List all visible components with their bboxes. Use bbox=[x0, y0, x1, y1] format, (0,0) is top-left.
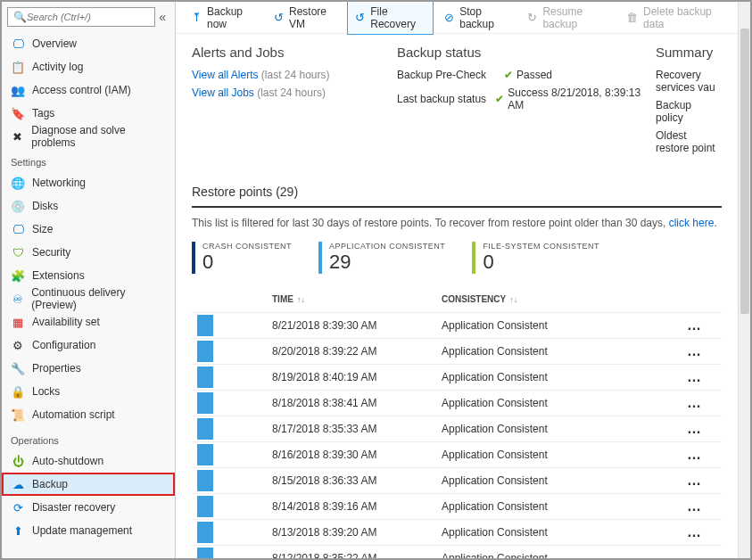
row-time: 8/15/2018 8:36:33 AM bbox=[272, 474, 442, 487]
toolbar-label: Resume backup bbox=[542, 5, 608, 30]
row-cons: Application Consistent bbox=[442, 319, 668, 332]
scrollbar[interactable] bbox=[738, 2, 750, 558]
sidebar-item[interactable]: 🖵Size bbox=[2, 218, 175, 241]
sidebar-item[interactable]: ♾Continuous delivery (Preview) bbox=[2, 287, 175, 310]
sidebar-item[interactable]: ☁Backup bbox=[2, 473, 175, 496]
table-row[interactable]: 8/13/2018 8:39:20 AMApplication Consiste… bbox=[192, 520, 722, 546]
side-icon: ⬆ bbox=[11, 523, 25, 538]
sidebar-item[interactable]: ▦Availability set bbox=[2, 310, 175, 334]
search-input[interactable] bbox=[27, 12, 149, 22]
view-all-alerts-link[interactable]: View all Alerts bbox=[192, 69, 258, 81]
side-label: Continuous delivery (Preview) bbox=[31, 286, 166, 311]
stat-value: 29 bbox=[329, 251, 445, 274]
more-icon[interactable]: … bbox=[687, 395, 703, 410]
row-time: 8/17/2018 8:35:33 AM bbox=[272, 423, 442, 435]
toolbar-label: File Recovery bbox=[370, 5, 426, 30]
sidebar-item[interactable]: ⚙Configuration bbox=[2, 334, 175, 357]
side-icon: 🖵 bbox=[11, 37, 25, 51]
side-icon: ♾ bbox=[11, 292, 24, 306]
stat-fs: FILE-SYSTEM CONSISTENT 0 bbox=[472, 242, 599, 274]
more-icon[interactable]: … bbox=[687, 343, 703, 358]
more-icon[interactable]: … bbox=[687, 369, 703, 384]
stat-value: 0 bbox=[483, 251, 599, 274]
more-icon[interactable]: … bbox=[687, 317, 703, 333]
table-row[interactable]: 8/21/2018 8:39:30 AMApplication Consiste… bbox=[192, 313, 722, 339]
sidebar-item[interactable]: 📋Activity log bbox=[2, 55, 175, 78]
more-icon[interactable]: … bbox=[687, 524, 703, 539]
sidebar-item[interactable]: 🔒Locks bbox=[2, 380, 175, 403]
stat-value: 0 bbox=[202, 251, 292, 274]
more-icon[interactable]: … bbox=[687, 498, 703, 514]
table-row[interactable]: 8/20/2018 8:39:22 AMApplication Consiste… bbox=[192, 339, 722, 365]
sidebar-item[interactable]: 👥Access control (IAM) bbox=[2, 78, 175, 102]
toolbar-label: Backup now bbox=[207, 5, 256, 30]
sidebar: 🔍 « 🖵Overview📋Activity log👥Access contro… bbox=[2, 2, 176, 558]
table-row[interactable]: 8/15/2018 8:36:33 AMApplication Consiste… bbox=[192, 468, 722, 494]
alerts-last: (last 24 hours) bbox=[261, 69, 330, 81]
side-label: Overview bbox=[32, 37, 77, 50]
table-row[interactable]: 8/14/2018 8:39:16 AMApplication Consiste… bbox=[192, 494, 722, 520]
more-icon[interactable]: … bbox=[687, 473, 703, 488]
precheck-label: Backup Pre-Check bbox=[397, 69, 504, 81]
file-recovery-button[interactable]: ↺File Recovery bbox=[347, 2, 434, 35]
side-icon: ⚙ bbox=[11, 338, 25, 352]
table-row[interactable]: 8/16/2018 8:39:30 AMApplication Consiste… bbox=[192, 442, 722, 468]
lastbackup-label: Last backup status bbox=[397, 93, 495, 105]
sidebar-item[interactable]: 🔖Tags bbox=[2, 102, 175, 125]
row-time: 8/19/2018 8:40:19 AM bbox=[272, 371, 442, 383]
more-icon[interactable]: … bbox=[687, 421, 703, 436]
sidebar-item[interactable]: 🧩Extensions bbox=[2, 264, 175, 287]
row-color-bar bbox=[197, 392, 213, 414]
toolbar-label: Restore VM bbox=[289, 5, 336, 30]
sidebar-item[interactable]: 💿Disks bbox=[2, 194, 175, 218]
col-cons[interactable]: CONSISTENCY bbox=[442, 294, 506, 304]
row-time: 8/13/2018 8:39:20 AM bbox=[272, 526, 442, 539]
sidebar-item[interactable]: 🔧Properties bbox=[2, 357, 175, 380]
table-row[interactable]: 8/19/2018 8:40:19 AMApplication Consiste… bbox=[192, 365, 722, 391]
row-color-bar bbox=[197, 548, 213, 558]
sidebar-item[interactable]: 🛡Security bbox=[2, 241, 175, 264]
table-row[interactable]: 8/18/2018 8:38:41 AMApplication Consiste… bbox=[192, 391, 722, 416]
col-time[interactable]: TIME bbox=[272, 294, 293, 304]
delete-backup-button: 🗑Delete backup data bbox=[619, 2, 729, 34]
sidebar-item[interactable]: 📜Automation script bbox=[2, 403, 175, 426]
table-row[interactable]: 8/12/2018 8:35:22 AMApplication Consiste… bbox=[192, 546, 722, 558]
sidebar-item[interactable]: 🌐Networking bbox=[2, 171, 175, 194]
row-time: 8/18/2018 8:38:41 AM bbox=[272, 397, 442, 409]
stat-label: APPLICATION CONSISTENT bbox=[329, 242, 445, 251]
side-label: Activity log bbox=[32, 61, 83, 73]
row-cons: Application Consistent bbox=[442, 552, 668, 558]
more-icon[interactable]: … bbox=[687, 447, 703, 462]
sidebar-item[interactable]: ⬆Update management bbox=[2, 519, 175, 542]
side-icon: 📜 bbox=[11, 408, 25, 422]
table-row[interactable]: 8/17/2018 8:35:33 AMApplication Consiste… bbox=[192, 416, 722, 442]
stat-crash: CRASH CONSISTENT 0 bbox=[192, 242, 292, 274]
search-input-container[interactable]: 🔍 bbox=[7, 7, 155, 27]
precheck-value: Passed bbox=[516, 69, 552, 81]
click-here-link[interactable]: click here bbox=[669, 217, 715, 229]
row-cons: Application Consistent bbox=[442, 371, 668, 383]
side-label: Size bbox=[32, 223, 53, 235]
row-cons: Application Consistent bbox=[442, 397, 668, 409]
sidebar-item[interactable]: 🖵Overview bbox=[2, 32, 175, 55]
row-time: 8/20/2018 8:39:22 AM bbox=[272, 345, 442, 358]
sidebar-item[interactable]: ⟳Disaster recovery bbox=[2, 496, 175, 519]
side-label: Disaster recovery bbox=[32, 501, 115, 514]
summary-title: Summary bbox=[656, 45, 722, 60]
sidebar-item[interactable]: ✖Diagnose and solve problems bbox=[2, 125, 175, 148]
view-all-jobs-link[interactable]: View all Jobs bbox=[192, 86, 254, 99]
alerts-title: Alerts and Jobs bbox=[192, 45, 388, 60]
sidebar-item[interactable]: ⏻Auto-shutdown bbox=[2, 449, 175, 473]
stop-backup-button[interactable]: ⊘Stop backup bbox=[437, 2, 516, 34]
table-header: TIME↑↓ CONSISTENCY↑↓ bbox=[192, 286, 722, 313]
row-cons: Application Consistent bbox=[442, 526, 668, 539]
collapse-icon[interactable]: « bbox=[155, 10, 169, 24]
row-color-bar bbox=[197, 470, 213, 491]
main-pane: ⤒Backup now↺Restore VM↺File Recovery⊘Sto… bbox=[176, 2, 738, 558]
restore-vm-button[interactable]: ↺Restore VM bbox=[267, 2, 343, 34]
row-time: 8/12/2018 8:35:22 AM bbox=[272, 552, 442, 558]
more-icon[interactable]: … bbox=[687, 550, 703, 558]
backup-now-button[interactable]: ⤒Backup now bbox=[185, 2, 263, 34]
side-label: Configuration bbox=[32, 339, 95, 351]
toolbar-icon: ⤒ bbox=[192, 11, 202, 24]
